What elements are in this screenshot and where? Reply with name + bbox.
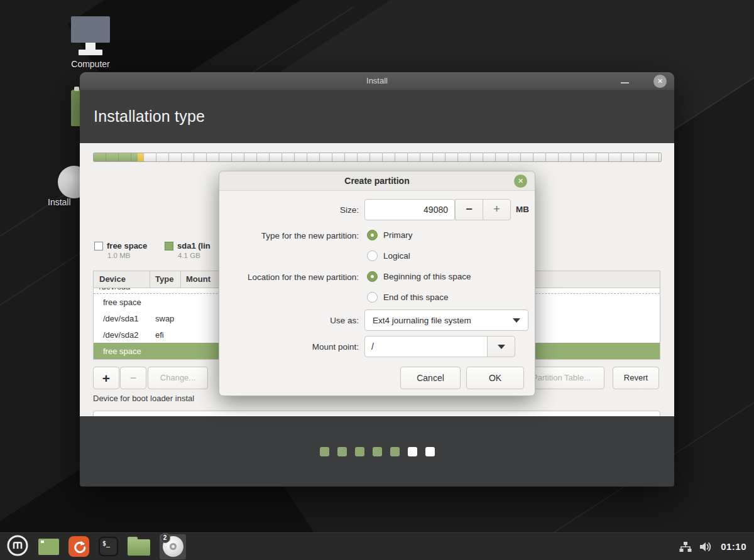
close-icon[interactable]: ✕: [653, 75, 667, 88]
chevron-down-icon: [513, 318, 520, 323]
size-unit-label: MB: [516, 205, 529, 214]
progress-dot-done: [390, 447, 400, 456]
size-input[interactable]: [364, 199, 455, 220]
partition-location-label: Location for the new partition:: [219, 272, 359, 282]
dialog-close-icon[interactable]: ✕: [514, 175, 527, 188]
cell-device: free space: [94, 298, 146, 307]
change-partition-button[interactable]: Change...: [148, 367, 208, 389]
radio-logical[interactable]: Logical: [367, 250, 410, 261]
use-as-select[interactable]: Ext4 journaling file system: [364, 310, 528, 331]
wizard-progress-dots: [80, 447, 674, 456]
ok-button[interactable]: OK: [466, 367, 524, 389]
column-header-type[interactable]: Type: [150, 271, 181, 288]
create-partition-dialog: Create partition ✕ Size: − + MB Type for…: [219, 171, 535, 396]
dialog-titlebar[interactable]: Create partition ✕: [219, 171, 535, 191]
legend-label-free-space: free space: [107, 241, 147, 250]
chevron-down-icon: [498, 345, 505, 349]
page-header: Installation type: [80, 90, 674, 143]
use-as-value: Ext4 journaling file system: [373, 316, 471, 325]
progress-dot-done: [320, 447, 329, 456]
size-decrement-button[interactable]: −: [455, 199, 483, 220]
volume-icon[interactable]: [699, 541, 713, 552]
legend-swatch-sda1: [165, 242, 173, 250]
taskbar: $_ 2 01:10: [0, 532, 754, 560]
progress-dot-done: [337, 447, 347, 456]
legend-size-free-space: 1.0 MB: [107, 252, 130, 259]
remove-partition-button[interactable]: −: [120, 367, 146, 389]
wizard-footer: [80, 416, 674, 487]
column-header-device[interactable]: Device: [94, 271, 150, 288]
orange-app-icon[interactable]: [68, 536, 89, 557]
desktop-icon-computer[interactable]: Computer: [63, 16, 118, 69]
legend-swatch-free-space: [94, 242, 103, 250]
page-title: Installation type: [94, 107, 205, 126]
radio-icon: [367, 292, 378, 303]
cell-type: swap: [146, 314, 174, 323]
cell-device: free space: [94, 347, 146, 356]
legend-label-sda1: sda1 (lin: [177, 241, 210, 250]
clock[interactable]: 01:10: [721, 541, 746, 552]
file-manager-icon[interactable]: [128, 539, 150, 556]
partition-size-bar: [93, 153, 662, 162]
network-icon[interactable]: [679, 541, 692, 552]
legend-size-sda1: 4.1 GB: [178, 252, 200, 259]
installer-taskbar-item[interactable]: 2: [160, 534, 186, 559]
mint-menu-icon[interactable]: [6, 534, 29, 559]
cancel-button[interactable]: Cancel: [400, 367, 461, 389]
progress-dot: [408, 447, 417, 456]
terminal-icon[interactable]: $_: [99, 537, 118, 556]
computer-icon-label: Computer: [63, 59, 118, 69]
dialog-title: Create partition: [219, 171, 535, 191]
cell-device: /dev/sda2: [94, 330, 146, 340]
cell-device: /dev/sda1: [94, 314, 146, 323]
size-increment-button[interactable]: +: [483, 199, 511, 220]
partition-bar-grid: [94, 153, 661, 161]
radio-primary[interactable]: Primary: [367, 230, 413, 240]
partition-type-label: Type for the new partition:: [219, 231, 359, 240]
computer-icon: [63, 16, 118, 55]
show-desktop-icon[interactable]: [38, 539, 59, 555]
progress-dot-done: [373, 447, 382, 456]
mount-point-dropdown-button[interactable]: [487, 336, 515, 357]
install-icon-label: Install: [48, 197, 71, 207]
progress-dot-done: [355, 447, 364, 456]
window-title: Install: [80, 72, 674, 90]
revert-button[interactable]: Revert: [613, 367, 659, 389]
radio-beginning-of-space[interactable]: Beginning of this space: [367, 271, 471, 282]
window-titlebar[interactable]: Install ✕: [80, 72, 674, 90]
minimize-icon[interactable]: [621, 82, 629, 83]
mount-point-input[interactable]: [364, 336, 488, 357]
disc-icon: 2: [163, 536, 183, 557]
radio-icon-checked: [367, 271, 378, 282]
progress-dot: [425, 447, 435, 456]
cell-type: efi: [146, 330, 164, 340]
radio-end-of-space[interactable]: End of this space: [367, 292, 449, 303]
desktop: Computer Install Install ✕ Installation …: [0, 0, 754, 560]
radio-icon-checked: [367, 230, 378, 240]
add-partition-button[interactable]: +: [93, 367, 119, 389]
use-as-label: Use as:: [219, 316, 359, 325]
radio-icon: [367, 250, 378, 261]
bootloader-label: Device for boot loader instal: [93, 394, 194, 403]
size-label: Size:: [219, 205, 359, 215]
window-count-badge: 2: [160, 533, 170, 543]
mount-point-label: Mount point:: [219, 342, 359, 352]
